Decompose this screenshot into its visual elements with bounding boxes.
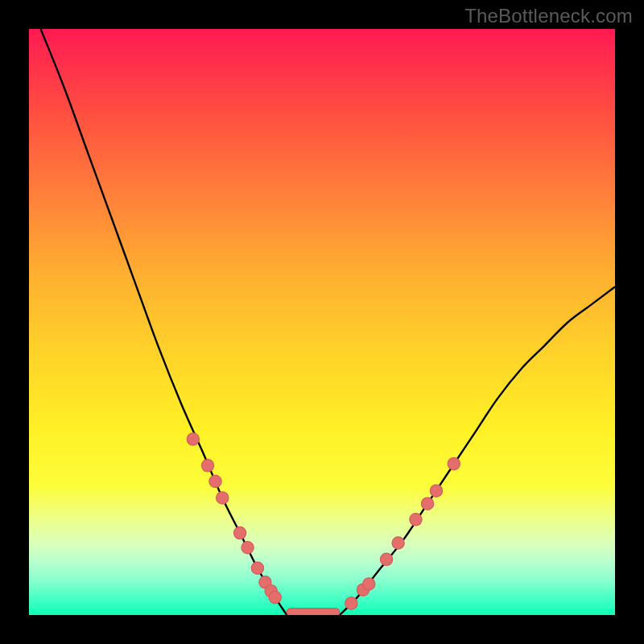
markers-left-group <box>187 433 281 604</box>
chart-plot-area <box>29 29 615 615</box>
bottom-bar <box>287 609 340 615</box>
marker-right-4 <box>392 537 404 549</box>
marker-left-6 <box>251 562 263 574</box>
marker-right-2 <box>363 578 375 590</box>
marker-left-0 <box>187 433 199 445</box>
curve-left <box>41 29 287 615</box>
marker-left-9 <box>269 592 281 604</box>
curve-right <box>340 287 615 615</box>
marker-right-3 <box>380 553 392 565</box>
marker-left-4 <box>233 526 246 539</box>
marker-right-7 <box>430 485 442 497</box>
marker-left-3 <box>217 492 229 504</box>
attribution-text: TheBottleneck.com <box>464 5 633 27</box>
marker-right-8 <box>448 458 460 470</box>
marker-right-0 <box>345 597 357 609</box>
marker-right-6 <box>421 497 433 510</box>
marker-left-1 <box>201 460 213 472</box>
marker-right-5 <box>410 514 422 526</box>
marker-left-5 <box>242 542 254 554</box>
chart-svg <box>29 29 615 615</box>
marker-left-2 <box>209 475 221 487</box>
